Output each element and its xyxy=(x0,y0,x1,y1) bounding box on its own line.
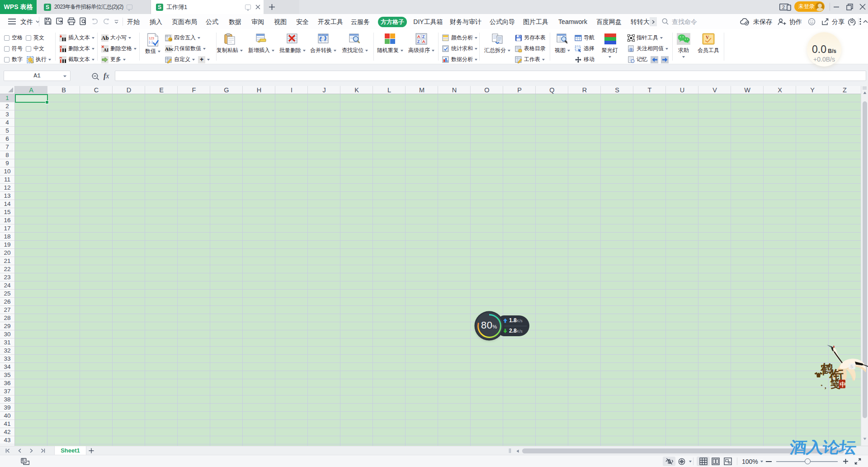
svg-text:中: 中 xyxy=(840,381,846,388)
svg-text:,: , xyxy=(825,382,826,390)
svg-text:Z: Z xyxy=(417,39,420,44)
svg-text:%: % xyxy=(170,38,172,41)
svg-text:A: A xyxy=(417,34,420,39)
svg-text:5: 5 xyxy=(850,364,853,369)
svg-text:笺: 笺 xyxy=(830,379,840,390)
svg-text:A: A xyxy=(422,39,425,44)
svg-text:V: V xyxy=(706,35,709,40)
svg-text:{..}: {..} xyxy=(149,40,153,44)
svg-text:123: 123 xyxy=(149,37,154,40)
svg-text:2: 2 xyxy=(782,5,785,10)
svg-text:2: 2 xyxy=(58,19,60,21)
svg-text:AB: AB xyxy=(104,48,108,52)
svg-text:Z: Z xyxy=(422,34,425,39)
